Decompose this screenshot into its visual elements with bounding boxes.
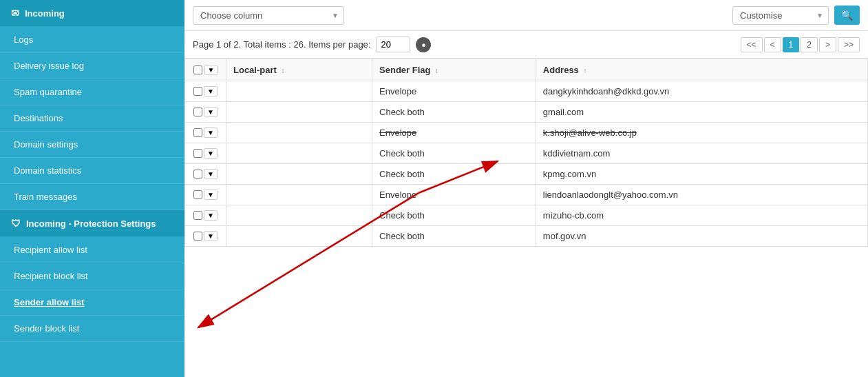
items-per-page-input[interactable] xyxy=(376,37,410,52)
row-local-part xyxy=(226,102,372,123)
row-address: mof.gov.vn xyxy=(536,226,867,247)
table-row: ▼ Check bothmizuho-cb.com xyxy=(185,205,868,226)
row-sender-flag: Check both xyxy=(372,164,536,185)
th-check: ▼ xyxy=(185,59,226,81)
row-dropdown-btn[interactable]: ▼ xyxy=(204,148,218,159)
search-button[interactable]: 🔍 xyxy=(834,6,860,25)
row-local-part xyxy=(226,205,372,226)
row-local-part xyxy=(226,185,372,205)
row-sender-flag: Check both xyxy=(372,143,536,164)
row-address: kpmg.com.vn xyxy=(536,164,867,185)
table-row: ▼ Check bothkpmg.com.vn xyxy=(185,164,868,185)
page-prev-button[interactable]: < xyxy=(764,37,781,52)
sender-flag-sort-icon[interactable]: ↕ xyxy=(435,67,438,74)
row-checkbox[interactable] xyxy=(193,190,202,199)
table-wrapper: ▼ Local-part ↕ Sender Flag ↕ Address xyxy=(184,59,868,377)
row-checkbox[interactable] xyxy=(193,211,202,220)
row-sender-flag: Check both xyxy=(372,226,536,247)
toolbar: Choose column Customise 🔍 xyxy=(184,0,868,31)
choose-column-wrapper: Choose column xyxy=(193,6,344,25)
row-dropdown-btn[interactable]: ▼ xyxy=(204,210,218,221)
sidebar-item-sender-allow-list[interactable]: Sender allow list xyxy=(0,289,184,316)
row-address: dangkykinhdoanh@dkkd.gov.vn xyxy=(536,81,867,102)
refresh-button[interactable]: ● xyxy=(416,37,431,52)
table-row: ▼ Check bothmof.gov.vn xyxy=(185,226,868,247)
row-sender-flag: Envelope xyxy=(372,81,536,102)
sidebar: ✉ Incoming Logs Delivery issue log Spam … xyxy=(0,0,184,377)
row-dropdown-btn[interactable]: ▼ xyxy=(204,231,218,241)
table-row: ▼ Envelopedangkykinhdoanh@dkkd.gov.vn xyxy=(185,81,868,102)
sidebar-item-destinations[interactable]: Destinations xyxy=(0,105,184,132)
pagination-bar: Page 1 of 2. Total items : 26. Items per… xyxy=(184,31,868,59)
sidebar-item-delivery-issue-log[interactable]: Delivery issue log xyxy=(0,53,184,79)
page-last-button[interactable]: >> xyxy=(838,37,860,52)
sidebar-item-logs[interactable]: Logs xyxy=(0,27,184,53)
row-local-part xyxy=(226,123,372,143)
row-sender-flag: Check both xyxy=(372,205,536,226)
row-sender-flag: Check both xyxy=(372,102,536,123)
local-part-sort-icon[interactable]: ↕ xyxy=(281,67,284,74)
row-checkbox[interactable] xyxy=(193,87,202,96)
customise-select[interactable]: Customise xyxy=(732,6,829,25)
row-dropdown-btn[interactable]: ▼ xyxy=(204,190,218,200)
row-address: kddivietnam.com xyxy=(536,143,867,164)
row-check-cell: ▼ xyxy=(185,226,226,247)
page-next-button[interactable]: > xyxy=(819,37,836,52)
row-checkbox[interactable] xyxy=(193,149,202,158)
row-dropdown-btn[interactable]: ▼ xyxy=(204,107,218,117)
row-checkbox[interactable] xyxy=(193,170,202,179)
row-local-part xyxy=(226,143,372,164)
sidebar-item-incoming-protection[interactable]: 🛡 Incoming - Protection Settings xyxy=(0,210,184,237)
row-checkbox[interactable] xyxy=(193,108,202,116)
table-row: ▼ Envelopeliendoanlaodonglt@yahoo.com.vn xyxy=(185,185,868,205)
row-check-cell: ▼ xyxy=(185,123,226,143)
row-sender-flag: Envelope xyxy=(372,185,536,205)
sidebar-item-sender-block-list[interactable]: Sender block list xyxy=(0,316,184,342)
row-local-part xyxy=(226,164,372,185)
row-check-cell: ▼ xyxy=(185,185,226,205)
row-address: liendoanlaodonglt@yahoo.com.vn xyxy=(536,185,867,205)
table-row: ▼ Check bothgmail.com xyxy=(185,102,868,123)
row-check-cell: ▼ xyxy=(185,102,226,123)
choose-column-select[interactable]: Choose column xyxy=(193,6,344,25)
shield-icon: 🛡 xyxy=(11,218,21,229)
table-row: ▼ Check bothkddivietnam.com xyxy=(185,143,868,164)
row-address: mizuho-cb.com xyxy=(536,205,867,226)
sidebar-item-domain-statistics[interactable]: Domain statistics xyxy=(0,158,184,184)
customise-wrapper: Customise xyxy=(732,6,829,25)
table-row: ▼ Envelopek.shoji@alive-web.co.jp xyxy=(185,123,868,143)
sidebar-item-domain-settings[interactable]: Domain settings xyxy=(0,132,184,158)
row-checkbox[interactable] xyxy=(193,128,202,137)
main-content: Choose column Customise 🔍 Page 1 of 2. T… xyxy=(184,0,868,377)
select-all-dropdown[interactable]: ▼ xyxy=(204,65,218,75)
pagination-text: Page 1 of 2. Total items : 26. Items per… xyxy=(193,39,370,50)
address-sort-icon[interactable]: ↑ xyxy=(583,67,586,74)
row-checkbox[interactable] xyxy=(193,232,202,241)
sidebar-item-recipient-allow-list[interactable]: Recipient allow list xyxy=(0,237,184,263)
row-sender-flag: Envelope xyxy=(372,123,536,143)
sidebar-item-train-messages[interactable]: Train messages xyxy=(0,184,184,210)
page-2-button[interactable]: 2 xyxy=(801,37,818,52)
row-check-cell: ▼ xyxy=(185,164,226,185)
row-local-part xyxy=(226,226,372,247)
sidebar-item-incoming[interactable]: ✉ Incoming xyxy=(0,0,184,27)
row-dropdown-btn[interactable]: ▼ xyxy=(204,169,218,179)
row-dropdown-btn[interactable]: ▼ xyxy=(204,86,218,96)
row-dropdown-btn[interactable]: ▼ xyxy=(204,128,218,138)
th-address: Address ↑ xyxy=(536,59,867,81)
row-address: k.shoji@alive-web.co.jp xyxy=(536,123,867,143)
data-table: ▼ Local-part ↕ Sender Flag ↕ Address xyxy=(184,59,868,247)
row-check-cell: ▼ xyxy=(185,205,226,226)
th-sender-flag: Sender Flag ↕ xyxy=(372,59,536,81)
incoming-icon: ✉ xyxy=(11,8,19,19)
page-first-button[interactable]: << xyxy=(741,37,763,52)
th-local-part: Local-part ↕ xyxy=(226,59,372,81)
row-check-cell: ▼ xyxy=(185,81,226,102)
sidebar-item-spam-quarantine[interactable]: Spam quarantine xyxy=(0,79,184,105)
select-all-checkbox[interactable] xyxy=(193,65,202,74)
page-1-button[interactable]: 1 xyxy=(783,37,800,52)
row-check-cell: ▼ xyxy=(185,143,226,164)
pagination-controls: << < 1 2 > >> xyxy=(741,37,860,52)
sidebar-item-recipient-block-list[interactable]: Recipient block list xyxy=(0,263,184,289)
row-address: gmail.com xyxy=(536,102,867,123)
